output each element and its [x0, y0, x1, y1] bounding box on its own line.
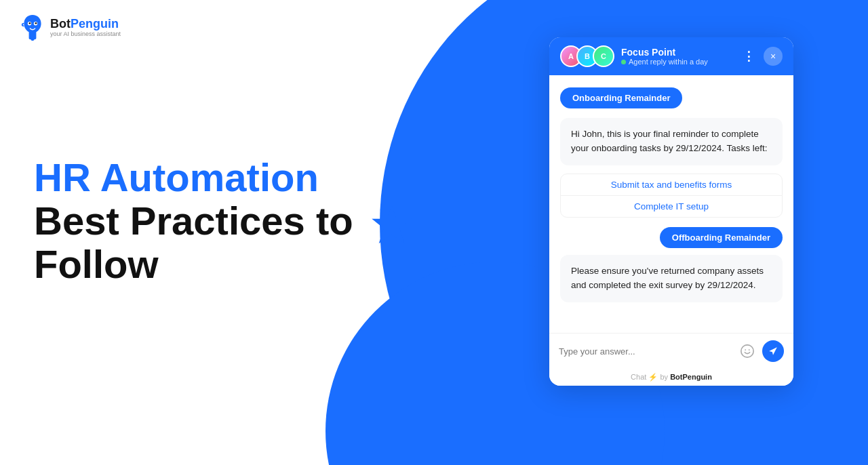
chat-body: Onboarding Remainder Hi John, this is yo… [549, 75, 793, 333]
hero-content: HR Automation Best Practices toFollow [34, 156, 353, 285]
logo-bot: Bot [50, 17, 71, 31]
chat-header-left: A B C Focus Point Agent reply within a d… [560, 45, 708, 67]
online-dot [621, 60, 626, 64]
chat-title: Focus Point [621, 47, 708, 58]
chat-header: A B C Focus Point Agent reply within a d… [549, 37, 793, 75]
svg-rect-4 [31, 38, 34, 41]
onboarding-message: Hi John, this is your final reminder to … [560, 118, 783, 165]
svg-point-3 [35, 22, 37, 24]
hero-title-blue: HR Automation [34, 156, 353, 199]
svg-point-2 [29, 22, 31, 24]
chat-widget: A B C Focus Point Agent reply within a d… [549, 37, 793, 386]
tasks-box: Submit tax and benefits forms Complete I… [560, 174, 783, 218]
emoji-button[interactable] [738, 342, 757, 361]
svg-marker-5 [372, 205, 412, 243]
chat-title-group: Focus Point Agent reply within a day [621, 47, 708, 66]
chat-header-right: ⋮ × [739, 47, 783, 66]
menu-dots-button[interactable]: ⋮ [739, 47, 758, 66]
logo-bird-icon [20, 14, 45, 42]
close-chat-button[interactable]: × [764, 47, 783, 66]
svg-point-7 [741, 345, 753, 357]
chat-subtitle: Agent reply within a day [621, 58, 708, 66]
avatar-group: A B C [560, 45, 614, 67]
offboarding-section: Offboarding Remainder Please ensure you'… [560, 227, 783, 302]
task-item-1[interactable]: Submit tax and benefits forms [561, 174, 782, 196]
chat-input-area [549, 333, 793, 369]
chat-input[interactable] [559, 346, 732, 357]
footer-lightning: ⚡ [648, 373, 660, 381]
svg-point-8 [745, 349, 746, 350]
logo-text: BotPenguin your AI business assistant [50, 18, 121, 39]
send-button[interactable] [762, 340, 784, 362]
logo-tagline: your AI business assistant [50, 31, 121, 38]
footer-by: by [660, 373, 668, 381]
task-item-2[interactable]: Complete IT setup [561, 196, 782, 217]
logo-penguin: Penguin [71, 17, 119, 31]
footer-brand: BotPenguin [670, 373, 712, 381]
footer-chat: Chat [631, 373, 646, 381]
blue-star-decoration [370, 203, 414, 257]
svg-point-9 [749, 349, 750, 350]
agent-reply-text: Agent reply within a day [629, 58, 708, 66]
hero-title-black: Best Practices toFollow [34, 199, 353, 286]
offboarding-label: Offboarding Remainder [660, 227, 783, 248]
onboarding-label: Onboarding Remainder [560, 87, 682, 108]
avatar-3: C [593, 45, 614, 67]
logo: BotPenguin your AI business assistant [20, 14, 121, 42]
offboarding-message: Please ensure you've returned company as… [560, 255, 783, 302]
chat-footer: Chat ⚡ by BotPenguin [549, 369, 793, 386]
